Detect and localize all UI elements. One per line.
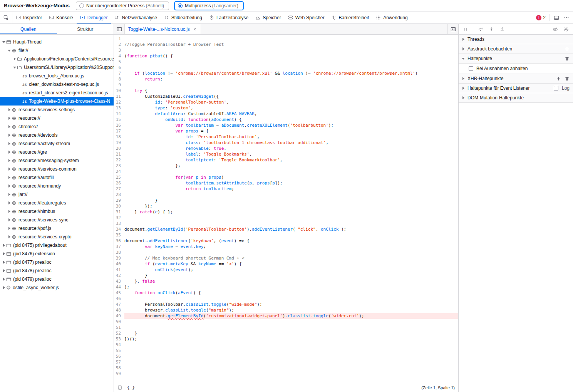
gutter-line-number[interactable]: 35	[114, 232, 124, 238]
tree-item-resource-activity-stream[interactable]: resource://activity-stream	[0, 139, 114, 148]
gutter-line-number[interactable]: 26	[114, 180, 124, 186]
gutter-line-number[interactable]: 48	[114, 307, 124, 313]
gutter-line-number[interactable]: 3	[114, 47, 124, 53]
gutter-line-number[interactable]: 16	[114, 122, 124, 128]
tree-item-resource-services-common[interactable]: resource://services-common	[0, 165, 114, 173]
tree-item-file[interactable]: file://	[0, 46, 114, 55]
gutter-line-number[interactable]: 18	[114, 134, 124, 140]
section-xhr-haltepunkte[interactable]: XHR-Haltepunkte	[459, 74, 573, 84]
meatball-menu-icon[interactable]	[564, 15, 569, 20]
tree-item-resource-devtools[interactable]: resource://devtools	[0, 131, 114, 139]
gutter-line-number[interactable]: 30	[114, 203, 124, 209]
step-out-button[interactable]	[497, 25, 507, 34]
tab-inspektor[interactable]: Inspektor	[12, 12, 45, 23]
gutter-line-number[interactable]: 8	[114, 76, 124, 82]
gutter-line-number[interactable]: 47	[114, 302, 124, 307]
tree-item-resource-services-crypto[interactable]: resource://services-crypto	[0, 233, 114, 241]
error-count-badge[interactable]: ! 2	[536, 15, 546, 20]
pick-element-button[interactable]	[0, 12, 12, 23]
gutter-line-number[interactable]: 5	[114, 59, 124, 65]
process-mode-option-nur-bergeordneter-prozess[interactable]: Nur übergeordneter Prozess (Schnell)	[76, 2, 169, 10]
tab-barrierefreiheit[interactable]: Barrierefreiheit	[328, 12, 372, 23]
gutter-line-number[interactable]: 55	[114, 348, 124, 353]
gutter-line-number[interactable]: 29	[114, 198, 124, 203]
gutter-line-number[interactable]: 12	[114, 99, 124, 105]
gutter-line-number[interactable]: 54	[114, 342, 124, 348]
tree-item-users-tomsl-library-application-20suppor[interactable]: Users/tomSL/Library/Application%20Suppor	[0, 63, 114, 72]
trash-icon[interactable]	[565, 76, 570, 81]
gutter-line-number[interactable]: 20	[114, 146, 124, 151]
tab-speicher[interactable]: Speicher	[252, 12, 284, 23]
gutter-line-number[interactable]: 50	[114, 319, 124, 325]
step-in-button[interactable]	[486, 25, 496, 34]
tab-quellen[interactable]: Quellen	[0, 24, 57, 34]
gutter-line-number[interactable]: 56	[114, 353, 124, 359]
gutter-line-number[interactable]: 38	[114, 250, 124, 255]
tree-item-resource-autofill[interactable]: resource://autofill	[0, 173, 114, 182]
section-haltepunkte-f-r-event-listener[interactable]: Haltepunkte für Event ListenerLog	[459, 84, 573, 93]
gutter-line-number[interactable]: 4	[114, 53, 124, 59]
checkbox[interactable]	[469, 66, 473, 71]
add-icon[interactable]	[556, 76, 561, 81]
gutter-line-number[interactable]: 51	[114, 325, 124, 330]
section-haltepunkte[interactable]: Haltepunkte	[459, 54, 573, 64]
tab-struktur[interactable]: Struktur	[57, 24, 114, 34]
tree-item-resource-featuregates[interactable]: resource://featuregates	[0, 199, 114, 207]
tree-item-pid-8475-privilegedabout[interactable]: (pid 8475) privilegedabout	[0, 241, 114, 250]
log-checkbox[interactable]	[554, 86, 558, 90]
tab-anwendung[interactable]: Anwendung	[372, 12, 411, 23]
tab-laufzeitanalyse[interactable]: Laufzeitanalyse	[206, 12, 252, 23]
settings-button[interactable]	[561, 25, 571, 34]
gutter-line-number[interactable]: 52	[114, 330, 124, 336]
tree-item-pid-8477-prealloc[interactable]: (pid 8477) prealloc	[0, 258, 114, 266]
tree-item-pid-8478-prealloc[interactable]: (pid 8478) prealloc	[0, 266, 114, 275]
tree-item-resource-services-sync[interactable]: resource://services-sync	[0, 216, 114, 224]
section-dom-mutation-haltepunkte[interactable]: DOM-Mutation-Haltepunkte	[459, 93, 573, 103]
close-icon[interactable]	[193, 27, 197, 32]
toggle-panes-button[interactable]	[114, 24, 125, 34]
tree-item-resource-pdf-js[interactable]: resource://pdf.js	[0, 224, 114, 233]
tree-item-haupt-thread[interactable]: Haupt-Thread	[0, 38, 114, 46]
gutter-line-number[interactable]: 42	[114, 273, 124, 278]
gutter-line-number[interactable]: 59	[114, 371, 124, 377]
section-ausdruck-beobachten[interactable]: Ausdruck beobachten	[459, 44, 573, 54]
tree-item-resource-normandy[interactable]: resource://normandy	[0, 182, 114, 190]
tree-item-resource[interactable]: resource://	[0, 114, 114, 122]
tab-konsole[interactable]: Konsole	[45, 12, 76, 23]
gutter-line-number[interactable]: 37	[114, 244, 124, 250]
gutter-line-number[interactable]: 39	[114, 255, 124, 261]
gutter-line-number[interactable]: 49	[114, 313, 124, 319]
gutter-line-number[interactable]: 23	[114, 163, 124, 169]
tracer-button[interactable]	[447, 24, 458, 34]
gutter-line-number[interactable]: 33	[114, 221, 124, 226]
tree-item-resource-gre[interactable]: resource://gre	[0, 148, 114, 156]
tree-item-resource-messaging-system[interactable]: resource://messaging-system	[0, 156, 114, 165]
gutter-line-number[interactable]: 58	[114, 365, 124, 371]
tree-item-osfile-async-worker-js[interactable]: osfile_async_worker.js	[0, 283, 114, 292]
section-threads[interactable]: Threads	[459, 35, 573, 44]
tree-item-browser-tools-aborix-uc-js[interactable]: JSbrowser_tools_Aborix.uc.js	[0, 72, 114, 80]
gutter-line-number[interactable]: 41	[114, 267, 124, 273]
gutter-line-number[interactable]: 13	[114, 105, 124, 111]
gutter-line-number[interactable]: 57	[114, 359, 124, 365]
tree-item-chrome[interactable]: chrome://	[0, 122, 114, 131]
pretty-print-icon[interactable]: { }	[127, 385, 135, 390]
gutter-line-number[interactable]: 40	[114, 261, 124, 267]
gutter-line-number[interactable]: 44	[114, 284, 124, 290]
gutter-line-number[interactable]: 7	[114, 70, 124, 76]
gutter-line-number[interactable]: 25	[114, 174, 124, 180]
source-tab[interactable]: Toggle-Weite-...s-NoIcon.uc.js	[125, 24, 201, 34]
gutter-line-number[interactable]: 10	[114, 88, 124, 94]
pause-button[interactable]	[461, 25, 471, 34]
tree-item-applications-firefox-app-contents-resource[interactable]: Applications/Firefox.app/Contents/Resour…	[0, 55, 114, 63]
tab-web-speicher[interactable]: Web-Speicher	[285, 12, 328, 23]
gutter-line-number[interactable]: 36	[114, 238, 124, 244]
tree-item-resource-nimbus[interactable]: resource://nimbus	[0, 207, 114, 216]
gutter-line-number[interactable]: 46	[114, 296, 124, 302]
split-console-icon[interactable]	[554, 15, 559, 20]
tree-item-clear-downloads-test-no-sep-uc-js[interactable]: JSclear_downloads-test-no-sep.uc.js	[0, 80, 114, 89]
process-mode-option-multiprozess[interactable]: Multiprozess (Langsamer)	[174, 2, 243, 10]
gutter-line-number[interactable]: 22	[114, 157, 124, 163]
gutter-line-number[interactable]: 28	[114, 192, 124, 198]
gutter-line-number[interactable]: 1	[114, 36, 124, 42]
